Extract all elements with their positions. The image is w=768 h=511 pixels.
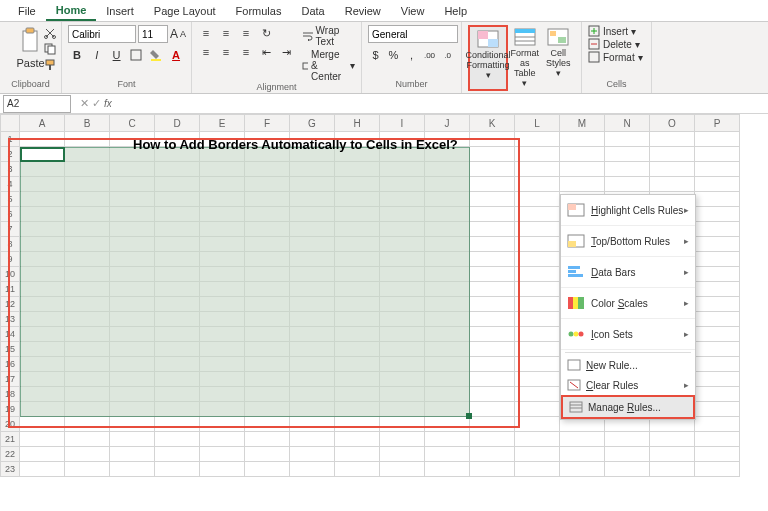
row-header[interactable]: 8 bbox=[0, 237, 20, 252]
increase-decimal-icon[interactable]: .00 bbox=[422, 46, 437, 64]
increase-font-icon[interactable]: A bbox=[170, 25, 178, 43]
cf-icon-sets[interactable]: Icon Sets▸ bbox=[561, 319, 695, 350]
row-header[interactable]: 15 bbox=[0, 342, 20, 357]
cell[interactable] bbox=[335, 447, 380, 462]
cell[interactable] bbox=[335, 462, 380, 477]
cell[interactable] bbox=[470, 132, 515, 147]
cell[interactable] bbox=[605, 147, 650, 162]
cell[interactable] bbox=[695, 402, 740, 417]
row-header[interactable]: 13 bbox=[0, 312, 20, 327]
row-header[interactable]: 22 bbox=[0, 447, 20, 462]
cell[interactable] bbox=[515, 267, 560, 282]
cell[interactable] bbox=[560, 147, 605, 162]
row-header[interactable]: 14 bbox=[0, 327, 20, 342]
cell[interactable] bbox=[560, 462, 605, 477]
cell[interactable] bbox=[20, 417, 65, 432]
row-header[interactable]: 6 bbox=[0, 207, 20, 222]
cell[interactable] bbox=[650, 447, 695, 462]
cell[interactable] bbox=[470, 312, 515, 327]
cell[interactable] bbox=[515, 357, 560, 372]
cancel-formula-icon[interactable]: ✕ bbox=[80, 97, 89, 110]
cell[interactable] bbox=[110, 432, 155, 447]
font-size-input[interactable] bbox=[138, 25, 168, 43]
cell[interactable] bbox=[605, 162, 650, 177]
cell[interactable] bbox=[470, 147, 515, 162]
column-header[interactable]: B bbox=[65, 114, 110, 132]
cell[interactable] bbox=[470, 267, 515, 282]
cell[interactable] bbox=[245, 462, 290, 477]
row-header[interactable]: 2 bbox=[0, 147, 20, 162]
row-header[interactable]: 20 bbox=[0, 417, 20, 432]
cell[interactable] bbox=[470, 327, 515, 342]
cell[interactable] bbox=[695, 132, 740, 147]
cell[interactable] bbox=[110, 447, 155, 462]
cf-top-bottom-rules[interactable]: Top/Bottom Rules▸ bbox=[561, 226, 695, 257]
cell[interactable] bbox=[380, 462, 425, 477]
tab-view[interactable]: View bbox=[391, 2, 435, 20]
fill-handle[interactable] bbox=[466, 413, 472, 419]
cell[interactable] bbox=[695, 252, 740, 267]
cell[interactable] bbox=[695, 462, 740, 477]
align-right-icon[interactable]: ≡ bbox=[238, 44, 254, 60]
cell[interactable] bbox=[470, 177, 515, 192]
cell[interactable] bbox=[515, 297, 560, 312]
tab-page-layout[interactable]: Page Layout bbox=[144, 2, 226, 20]
cell[interactable] bbox=[605, 432, 650, 447]
font-color-button[interactable]: A bbox=[167, 46, 185, 64]
cell[interactable] bbox=[650, 147, 695, 162]
cell[interactable] bbox=[335, 432, 380, 447]
cell[interactable] bbox=[20, 462, 65, 477]
cell[interactable] bbox=[695, 147, 740, 162]
cell[interactable] bbox=[470, 297, 515, 312]
cell[interactable] bbox=[470, 222, 515, 237]
cell[interactable] bbox=[200, 462, 245, 477]
cell[interactable] bbox=[20, 447, 65, 462]
cell[interactable] bbox=[425, 432, 470, 447]
cell[interactable] bbox=[470, 252, 515, 267]
cf-highlight-cells-rules[interactable]: Highlight Cells Rules▸ bbox=[561, 195, 695, 226]
cell[interactable] bbox=[515, 252, 560, 267]
cell[interactable] bbox=[65, 432, 110, 447]
column-header[interactable]: L bbox=[515, 114, 560, 132]
cell[interactable] bbox=[65, 417, 110, 432]
fill-color-button[interactable] bbox=[147, 46, 165, 64]
cell[interactable] bbox=[200, 417, 245, 432]
cell[interactable] bbox=[470, 462, 515, 477]
row-header[interactable]: 21 bbox=[0, 432, 20, 447]
cell[interactable] bbox=[695, 417, 740, 432]
cell[interactable] bbox=[560, 132, 605, 147]
cell[interactable] bbox=[515, 162, 560, 177]
column-header[interactable]: E bbox=[200, 114, 245, 132]
cell[interactable] bbox=[65, 447, 110, 462]
number-format-select[interactable] bbox=[368, 25, 458, 43]
row-header[interactable]: 10 bbox=[0, 267, 20, 282]
borders-button[interactable] bbox=[127, 46, 145, 64]
cell[interactable] bbox=[605, 177, 650, 192]
conditional-formatting-button[interactable]: Conditional Formatting ▾ bbox=[468, 25, 508, 91]
cell[interactable] bbox=[560, 162, 605, 177]
cell[interactable] bbox=[515, 192, 560, 207]
column-header[interactable]: J bbox=[425, 114, 470, 132]
cell[interactable] bbox=[695, 297, 740, 312]
cell[interactable] bbox=[155, 447, 200, 462]
tab-insert[interactable]: Insert bbox=[96, 2, 144, 20]
column-header[interactable]: F bbox=[245, 114, 290, 132]
cf-new-rule[interactable]: New Rule... bbox=[561, 355, 695, 375]
cell-styles-button[interactable]: Cell Styles ▾ bbox=[542, 25, 576, 91]
tab-home[interactable]: Home bbox=[46, 1, 97, 21]
cell[interactable] bbox=[470, 387, 515, 402]
cell[interactable] bbox=[470, 342, 515, 357]
row-header[interactable]: 3 bbox=[0, 162, 20, 177]
cell[interactable] bbox=[695, 342, 740, 357]
cell[interactable] bbox=[65, 462, 110, 477]
cell[interactable] bbox=[110, 462, 155, 477]
row-header[interactable]: 5 bbox=[0, 192, 20, 207]
decrease-font-icon[interactable]: A bbox=[180, 25, 186, 43]
cell[interactable] bbox=[155, 462, 200, 477]
align-middle-icon[interactable]: ≡ bbox=[218, 25, 234, 41]
cell[interactable] bbox=[515, 312, 560, 327]
cf-data-bars[interactable]: Data Bars▸ bbox=[561, 257, 695, 288]
cell[interactable] bbox=[515, 177, 560, 192]
cell[interactable] bbox=[65, 132, 110, 147]
tab-review[interactable]: Review bbox=[335, 2, 391, 20]
